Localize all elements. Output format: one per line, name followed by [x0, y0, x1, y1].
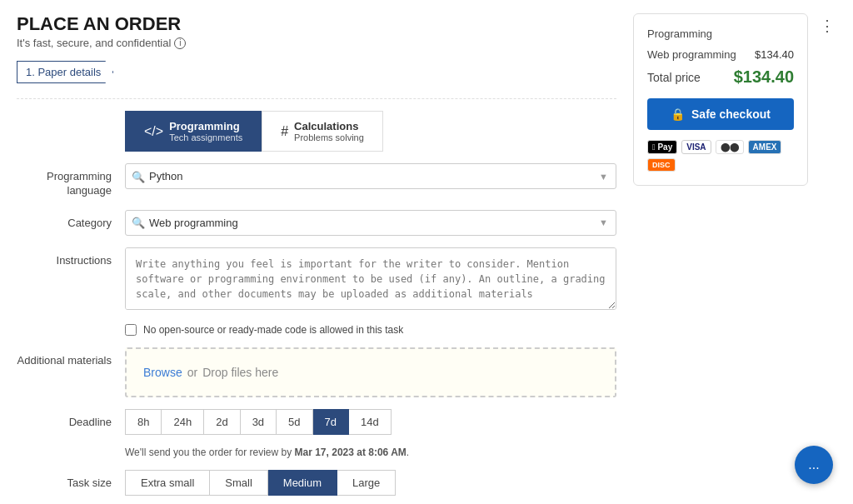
checkout-label: Safe checkout [691, 107, 771, 121]
tab-calculations[interactable]: # Calculations Problems solving [262, 111, 383, 152]
size-medium[interactable]: Medium [268, 470, 337, 496]
total-price: $134.40 [734, 67, 794, 87]
chat-fab[interactable]: ... [795, 446, 833, 484]
deadline-date: Mar 17, 2023 at 8:06 AM [295, 447, 407, 458]
deadline-row: Deadline 8h 24h 2d 3d 5d 7d 14d [17, 409, 616, 435]
form-section: </> Programming Tech assignments # Calcu… [17, 111, 616, 504]
language-input[interactable] [125, 163, 616, 189]
deadline-note: We'll send you the order for review by M… [125, 447, 616, 458]
language-row: Programming language 🔍 ▼ [17, 163, 616, 198]
language-control: 🔍 ▼ [125, 163, 616, 189]
task-size-label: Task size [17, 470, 125, 491]
tab-programming-sub: Tech assignments [169, 132, 242, 142]
upload-or: or [187, 366, 197, 379]
tab-calculations-label: Calculations [294, 120, 358, 132]
info-icon[interactable]: i [174, 37, 186, 49]
visa-icon: VISA [681, 140, 711, 154]
page-subtitle: It's fast, secure, and confidential i [17, 37, 616, 49]
category-input[interactable] [125, 210, 616, 236]
breadcrumb-step: 1. Paper details [17, 61, 113, 83]
instructions-textarea[interactable] [125, 247, 616, 310]
amex-icon: AMEX [748, 140, 782, 154]
deadline-7d[interactable]: 7d [313, 409, 349, 435]
checkout-button[interactable]: 🔒 Safe checkout [647, 98, 794, 130]
size-extra-small[interactable]: Extra small [125, 470, 210, 496]
drop-files-text: Drop files here [202, 366, 278, 379]
instructions-control [125, 247, 616, 312]
deadline-buttons: 8h 24h 2d 3d 5d 7d 14d [125, 409, 616, 435]
category-select-wrapper: 🔍 ▼ [125, 210, 616, 236]
size-small[interactable]: Small [210, 470, 268, 496]
no-open-source-checkbox[interactable] [125, 324, 137, 336]
tabs-row: </> Programming Tech assignments # Calcu… [125, 111, 616, 152]
deadline-label: Deadline [17, 409, 125, 430]
deadline-8h[interactable]: 8h [125, 409, 162, 435]
more-options-button[interactable]: ⋮ [820, 17, 836, 35]
summary-service-price: $134.40 [755, 48, 794, 61]
instructions-row: Instructions [17, 247, 616, 312]
deadline-24h[interactable]: 24h [162, 409, 204, 435]
upload-control: Browse or Drop files here [125, 347, 616, 397]
instructions-label: Instructions [17, 247, 125, 268]
additional-label: Additional materials [17, 347, 125, 368]
total-label: Total price [647, 71, 701, 84]
breadcrumb: 1. Paper details [17, 61, 616, 83]
task-size-row: Task size Extra small Small Medium Large [17, 470, 616, 496]
deadline-14d[interactable]: 14d [349, 409, 392, 435]
tab-programming-label: Programming [169, 120, 240, 132]
upload-area[interactable]: Browse or Drop files here [125, 347, 616, 397]
deadline-2d[interactable]: 2d [204, 409, 240, 435]
deadline-5d[interactable]: 5d [277, 409, 312, 435]
calculations-icon: # [281, 124, 288, 139]
mastercard-icon: ⬤⬤ [716, 140, 744, 154]
language-label: Programming language [17, 163, 125, 198]
chat-icon: ... [808, 457, 819, 472]
order-summary: Programming Web programming $134.40 Tota… [633, 13, 808, 186]
language-select-wrapper: 🔍 ▼ [125, 163, 616, 189]
deadline-3d[interactable]: 3d [241, 409, 277, 435]
payment-icons:  Pay VISA ⬤⬤ AMEX DISC [647, 140, 794, 172]
tab-calculations-sub: Problems solving [294, 132, 364, 142]
sidebar: Programming Web programming $134.40 Tota… [633, 13, 808, 504]
summary-service-line: Web programming $134.40 [647, 48, 794, 61]
deadline-control: 8h 24h 2d 3d 5d 7d 14d [125, 409, 616, 435]
section-divider [17, 98, 616, 99]
category-control: 🔍 ▼ [125, 210, 616, 236]
apple-pay-icon:  Pay [647, 140, 677, 154]
lock-icon: 🔒 [671, 107, 685, 121]
browse-link[interactable]: Browse [143, 366, 182, 379]
summary-type: Programming [647, 27, 794, 40]
tab-programming[interactable]: </> Programming Tech assignments [125, 111, 262, 152]
task-size-control: Extra small Small Medium Large [125, 470, 616, 496]
discover-icon: DISC [647, 158, 676, 172]
task-size-buttons: Extra small Small Medium Large [125, 470, 616, 496]
checkbox-row: No open-source or ready-made code is all… [125, 324, 616, 336]
additional-materials-row: Additional materials Browse or Drop file… [17, 347, 616, 397]
category-row: Category 🔍 ▼ [17, 210, 616, 236]
size-large[interactable]: Large [337, 470, 396, 496]
summary-total-line: Total price $134.40 [647, 67, 794, 87]
page-title: PLACE AN ORDER [17, 13, 616, 35]
category-label: Category [17, 210, 125, 231]
summary-service-label: Web programming [647, 48, 736, 61]
programming-icon: </> [144, 124, 163, 139]
checkbox-label: No open-source or ready-made code is all… [143, 324, 403, 336]
